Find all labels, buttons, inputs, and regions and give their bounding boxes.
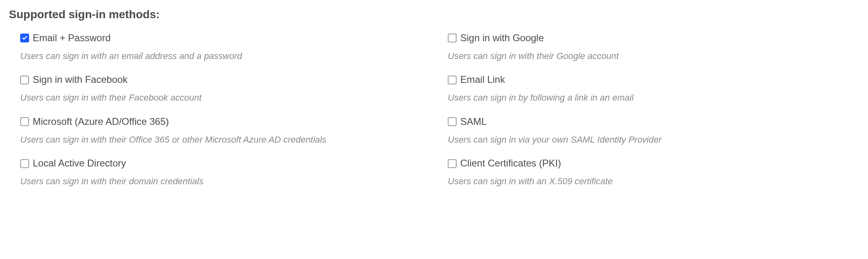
method-label: Email + Password [33, 32, 111, 44]
method-label: SAML [460, 116, 487, 128]
method-row: Client Certificates (PKI) [448, 158, 859, 169]
method-microsoft: Microsoft (Azure AD/Office 365) Users ca… [20, 116, 432, 145]
method-description: Users can sign in via your own SAML Iden… [448, 134, 859, 146]
method-client-certs: Client Certificates (PKI) Users can sign… [448, 158, 859, 187]
method-description: Users can sign in with their domain cred… [20, 176, 432, 187]
method-row: Sign in with Google [448, 32, 859, 44]
method-facebook: Sign in with Facebook Users can sign in … [20, 74, 432, 103]
signin-methods-grid: Email + Password Users can sign in with … [9, 32, 859, 200]
method-row: Sign in with Facebook [20, 74, 432, 86]
method-saml: SAML Users can sign in via your own SAML… [448, 116, 859, 145]
check-icon [22, 35, 27, 41]
method-email-password: Email + Password Users can sign in with … [20, 32, 432, 62]
method-description: Users can sign in with an email address … [20, 51, 432, 62]
method-label: Sign in with Google [460, 32, 544, 44]
method-description: Users can sign in with their Facebook ac… [20, 92, 432, 104]
checkbox-facebook[interactable] [20, 76, 29, 84]
method-row: Local Active Directory [20, 158, 432, 169]
method-label: Email Link [460, 74, 505, 86]
method-description: Users can sign in with an X.509 certific… [448, 176, 859, 187]
method-label: Client Certificates (PKI) [460, 158, 561, 169]
checkbox-google[interactable] [448, 34, 457, 42]
method-row: SAML [448, 116, 859, 128]
method-row: Microsoft (Azure AD/Office 365) [20, 116, 432, 128]
checkbox-client-certs[interactable] [448, 159, 457, 168]
method-label: Sign in with Facebook [33, 74, 128, 86]
checkbox-local-ad[interactable] [20, 159, 29, 168]
checkbox-microsoft[interactable] [20, 117, 29, 126]
method-description: Users can sign in with their Google acco… [448, 51, 859, 62]
method-label: Local Active Directory [33, 158, 126, 169]
method-row: Email + Password [20, 32, 432, 44]
method-google: Sign in with Google Users can sign in wi… [448, 32, 859, 62]
method-description: Users can sign in with their Office 365 … [20, 134, 432, 146]
checkbox-email-link[interactable] [448, 76, 457, 84]
checkbox-email-password[interactable] [20, 34, 29, 42]
method-label: Microsoft (Azure AD/Office 365) [33, 116, 169, 128]
section-title: Supported sign-in methods: [9, 8, 859, 21]
checkbox-saml[interactable] [448, 117, 457, 126]
method-email-link: Email Link Users can sign in by followin… [448, 74, 859, 103]
method-local-ad: Local Active Directory Users can sign in… [20, 158, 432, 187]
method-description: Users can sign in by following a link in… [448, 92, 859, 104]
method-row: Email Link [448, 74, 859, 86]
